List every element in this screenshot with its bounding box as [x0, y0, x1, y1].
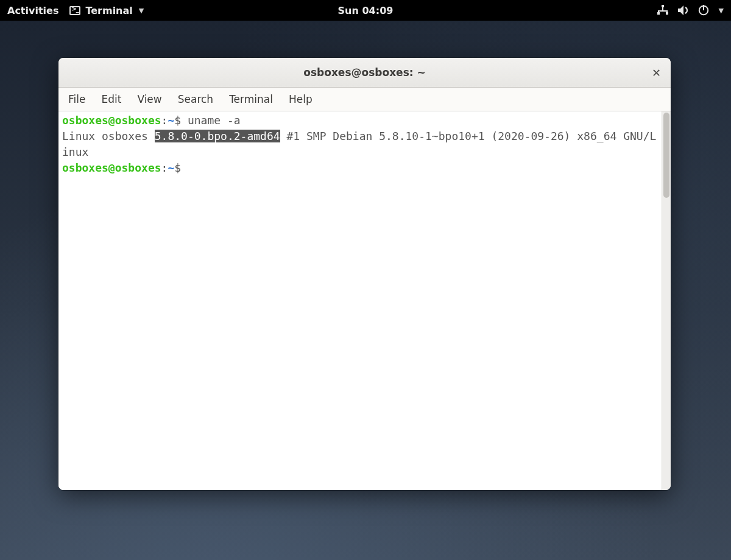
prompt-user: osboxes@osboxes — [62, 114, 161, 127]
prompt-path: ~ — [168, 161, 174, 174]
volume-icon[interactable] — [677, 5, 690, 16]
prompt-path: ~ — [168, 114, 174, 127]
scrollbar-thumb[interactable] — [663, 113, 669, 198]
output-prefix: Linux osboxes — [62, 130, 155, 142]
window-titlebar[interactable]: osboxes@osboxes: ~ ✕ — [58, 58, 671, 88]
menu-edit[interactable]: Edit — [101, 93, 121, 105]
prompt-dollar: $ — [174, 161, 181, 174]
clock[interactable]: Sun 04:09 — [338, 5, 394, 16]
svg-rect-3 — [662, 7, 663, 10]
close-icon: ✕ — [652, 66, 661, 79]
terminal-window: osboxes@osboxes: ~ ✕ File Edit View Sear… — [58, 58, 671, 490]
menu-terminal[interactable]: Terminal — [229, 93, 273, 105]
desktop: Activities Terminal ▼ Sun 04:09 ▼ — [0, 0, 731, 560]
terminal-app-icon — [69, 6, 80, 15]
activities-button[interactable]: Activities — [7, 5, 58, 16]
prompt-user: osboxes@osboxes — [62, 161, 161, 174]
window-title: osboxes@osboxes: ~ — [303, 66, 425, 79]
menubar: File Edit View Search Terminal Help — [58, 88, 671, 111]
power-icon[interactable] — [698, 5, 709, 16]
menu-view[interactable]: View — [137, 93, 161, 105]
svg-rect-8 — [703, 5, 704, 10]
output-selected: 5.8.0-0.bpo.2-amd64 — [155, 130, 280, 142]
svg-rect-6 — [666, 10, 668, 13]
system-menu-caret-icon[interactable]: ▼ — [719, 7, 724, 15]
menu-search[interactable]: Search — [178, 93, 213, 105]
svg-rect-0 — [662, 5, 664, 7]
chevron-down-icon: ▼ — [139, 7, 144, 15]
app-menu[interactable]: Terminal ▼ — [69, 5, 144, 16]
prompt-sep: : — [161, 114, 168, 127]
gnome-top-bar: Activities Terminal ▼ Sun 04:09 ▼ — [0, 0, 731, 21]
svg-rect-5 — [658, 10, 659, 13]
terminal-area: osboxes@osboxes:~$ uname -a Linux osboxe… — [58, 111, 671, 490]
menu-help[interactable]: Help — [289, 93, 313, 105]
menu-file[interactable]: File — [68, 93, 85, 105]
terminal-output[interactable]: osboxes@osboxes:~$ uname -a Linux osboxe… — [58, 111, 662, 490]
svg-rect-4 — [658, 10, 668, 12]
prompt-sep: : — [161, 161, 168, 174]
scrollbar[interactable] — [662, 111, 671, 490]
prompt-dollar: $ — [174, 114, 188, 127]
command-text: uname -a — [188, 114, 241, 127]
app-menu-label: Terminal — [85, 5, 132, 16]
network-icon[interactable] — [657, 5, 669, 16]
window-close-button[interactable]: ✕ — [652, 58, 661, 87]
